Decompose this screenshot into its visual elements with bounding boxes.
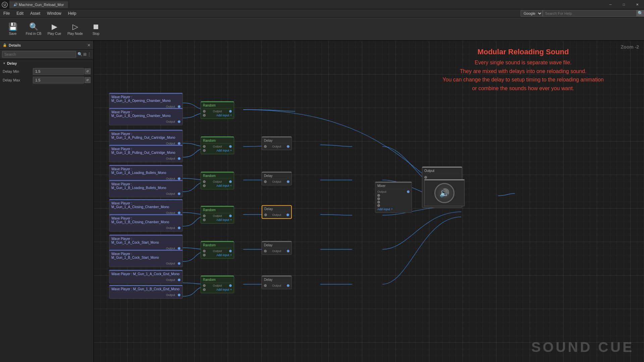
random-node-6[interactable]: Random Output Add input + [201, 276, 234, 293]
annotation-line5: or combine the sounds how ever you want. [442, 84, 604, 93]
delay-5-title: Delay [264, 278, 289, 283]
wave-node-3b[interactable]: Wave Player : M_Gun_1_B_Loading_Bullets_… [109, 180, 183, 197]
wave-node-2b[interactable]: Wave Player : M_Gun_1_B_Pulling_Out_Cart… [109, 145, 183, 162]
delay-1-output-row: Output [264, 144, 289, 148]
delay-node-4[interactable]: Delay Output [262, 241, 292, 255]
section-delay-header[interactable]: ▼ Delay [3, 61, 91, 65]
pin-d2-in [264, 180, 267, 183]
help-search-input[interactable] [543, 10, 637, 17]
pin-1a-out [178, 105, 180, 108]
menu-help[interactable]: Help [65, 9, 80, 17]
output-node[interactable]: Output 🔊 [422, 167, 462, 208]
wave-node-6a[interactable]: Wave Player : M_Gun_1_A_Cock_End_Mono Ou… [109, 270, 183, 284]
pin-2b-out [178, 157, 180, 160]
wave-4b-title: Wave Player : M_Gun_1_B_Closing_Chamber_… [111, 217, 180, 225]
stop-button[interactable]: ⏹ Stop [86, 19, 106, 39]
menu-window[interactable]: Window [44, 9, 65, 17]
pin-r5-out [229, 250, 232, 252]
random-6-output-row: Output [203, 284, 232, 288]
canvas-area[interactable]: Zoom -2 Modular Reloading Sound Every si… [94, 41, 644, 362]
pin-5b-out [178, 262, 180, 265]
random-node-2[interactable]: Random Output Add input + [201, 136, 234, 154]
annotation-line1: Modular Reloading Sound [442, 48, 604, 56]
save-button[interactable]: 💾 Save [3, 19, 23, 39]
play-node-button[interactable]: ▷ Play Node [65, 19, 85, 39]
pin-d1-in [264, 145, 267, 148]
delay-3-title: Delay [264, 207, 289, 212]
delay-node-1[interactable]: Delay Output [262, 136, 292, 150]
play-cue-button[interactable]: ▶ Play Cue [44, 19, 64, 39]
wave-5b-title: Wave Player : M_Gun_1_B_Cock_Start_Mono [111, 252, 180, 261]
pin-mixer-in4 [377, 204, 380, 207]
editor-tab[interactable]: 🔊 Machine_Gun_Reload_Mor [9, 1, 68, 8]
pin-3a-out [178, 177, 180, 180]
minimize-button[interactable]: ─ [604, 0, 617, 9]
details-section: ▼ Delay Delay Min ↺ Delay Max ↺ [0, 59, 93, 87]
svg-text:U: U [3, 3, 6, 7]
find-in-cb-button[interactable]: 🔍 Find in CB [23, 19, 44, 39]
pin-mixer-in1 [377, 194, 380, 197]
delay-min-reset-button[interactable]: ↺ [85, 68, 91, 74]
pin-r6-in2 [203, 288, 206, 291]
wave-node-4b[interactable]: Wave Player : M_Gun_1_B_Closing_Chamber_… [109, 214, 183, 232]
pin-mixer-in2 [377, 197, 380, 200]
menu-file[interactable]: File [0, 9, 13, 17]
random-6-title: Random [203, 278, 232, 283]
pin-output-in [424, 176, 427, 179]
delay-node-5[interactable]: Delay Output [262, 276, 292, 289]
wave-node-1b[interactable]: Wave Player : M_Gun_1_B_Opening_Chamber_… [109, 108, 183, 125]
wave-2b-output: Output [111, 157, 180, 161]
delay-2-output-row: Output [264, 180, 289, 184]
search-provider-select[interactable]: Google [521, 10, 543, 17]
property-delay-min: Delay Min ↺ [3, 68, 91, 75]
random-3-addinput-row: Add input + [203, 184, 232, 188]
annotation-line4: You can change the delay to setup timing… [442, 75, 604, 84]
pin-d2-out [287, 180, 289, 183]
details-close-button[interactable]: ✕ [87, 43, 91, 48]
pin-2a-out [178, 142, 180, 145]
search-input[interactable] [2, 51, 76, 58]
menu-asset[interactable]: Asset [27, 9, 44, 17]
search-right: Google 🔍 [521, 10, 644, 17]
random-node-3[interactable]: Random Output Add input + [201, 172, 234, 189]
pin-r3-in [203, 180, 206, 183]
grid-view-button[interactable]: ⊞ [83, 52, 87, 57]
help-search-button[interactable]: 🔍 [637, 10, 644, 17]
random-node-5[interactable]: Random Output Add input + [201, 241, 234, 259]
pin-6b-out [178, 294, 180, 296]
delay-1-title: Delay [264, 139, 289, 144]
pin-4b-out [178, 227, 180, 229]
delay-max-reset-button[interactable]: ↺ [85, 77, 91, 83]
pin-mixer-out [407, 190, 410, 193]
search-magnify-button[interactable]: 🔍 [77, 52, 83, 57]
stop-icon: ⏹ [92, 22, 100, 31]
random-2-output-row: Output [203, 144, 232, 148]
menu-edit[interactable]: Edit [13, 9, 27, 17]
search-bar: 🔍 ⊞ ⋮ [0, 50, 93, 59]
random-1-title: Random [203, 104, 232, 109]
main-layout: 🔒 Details ✕ 🔍 ⊞ ⋮ ▼ Delay Delay Min ↺ [0, 41, 644, 362]
wave-2a-title: Wave Player : M_Gun_1_A_Pulling_Out_Cart… [111, 132, 180, 141]
pin-d4-in [264, 250, 267, 252]
wave-6a-title: Wave Player : M_Gun_1_A_Cock_End_Mono [111, 272, 180, 277]
delay-node-2[interactable]: Delay Output [262, 172, 292, 185]
mixer-node[interactable]: Mixer Output Add input + [375, 182, 412, 213]
random-node-4[interactable]: Random Output Add input + [201, 206, 234, 224]
pin-r2-in2 [203, 149, 206, 152]
zoom-indicator: Zoom -2 [621, 44, 639, 50]
filter-button[interactable]: ⋮ [87, 52, 91, 57]
random-node-1[interactable]: Random Output Add input + [201, 101, 234, 119]
delay-max-field[interactable] [35, 78, 82, 82]
close-button[interactable]: ✕ [631, 0, 644, 9]
wave-node-5b[interactable]: Wave Player : M_Gun_1_B_Cock_Start_Mono … [109, 250, 183, 267]
delay-max-input[interactable] [33, 77, 84, 83]
pin-d5-in [264, 284, 267, 287]
wave-3a-title: Wave Player : M_Gun_1_A_Loading_Bullets_… [111, 167, 180, 176]
delay-min-field[interactable] [35, 69, 82, 73]
random-4-output-row: Output [203, 214, 232, 218]
delay-min-input[interactable] [33, 68, 84, 75]
section-arrow: ▼ [3, 62, 6, 65]
delay-node-3[interactable]: Delay Output [262, 205, 292, 219]
wave-node-6b[interactable]: Wave Player : M_Gun_1_B_Cock_End_Mono Ou… [109, 285, 183, 299]
maximize-button[interactable]: □ [617, 0, 631, 9]
